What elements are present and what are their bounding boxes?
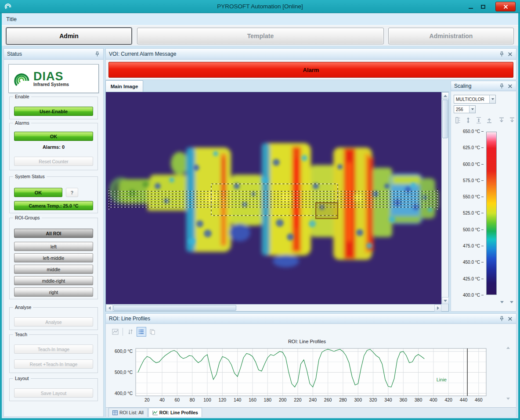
roi-group-right-button[interactable]: right <box>14 287 93 297</box>
list-view-button[interactable] <box>137 327 146 337</box>
nav-tab-admin[interactable]: Admin <box>6 28 132 44</box>
scroll-up-icon <box>444 95 447 97</box>
x-tick-label: 460 <box>475 397 483 402</box>
help-button[interactable]: ? <box>66 188 78 197</box>
camera-temp-button[interactable]: Camera Temp.: 25.0 °C <box>14 201 93 210</box>
x-tick-label: 160 <box>249 397 256 402</box>
x-tick-label: 140 <box>234 397 242 402</box>
chart-image-button[interactable] <box>110 327 120 337</box>
autoscale-icon[interactable] <box>464 117 472 124</box>
x-tick-label: 320 <box>369 397 377 402</box>
title-strip: Title <box>2 13 518 25</box>
roi-group-middle-button[interactable]: middle <box>14 265 93 274</box>
vertical-scroll-thumb[interactable] <box>442 100 448 138</box>
scale-range-icon[interactable] <box>475 117 483 124</box>
pin-icon[interactable] <box>499 83 505 89</box>
roi-group-left-button[interactable]: left <box>14 242 93 251</box>
roi-groups-title: ROI-Groups <box>13 215 42 220</box>
close-button[interactable] <box>495 2 516 11</box>
image-horizontal-scrollbar[interactable] <box>106 304 441 311</box>
roi-toolbar <box>110 327 157 337</box>
status-panel-header: Status <box>4 48 104 60</box>
palette-select[interactable]: MULTICOLOR <box>454 95 496 104</box>
system-ok-button[interactable]: OK <box>14 188 62 197</box>
thermal-image[interactable] <box>106 92 441 304</box>
tab-main-image[interactable]: Main Image <box>105 80 143 92</box>
tab-roi-line-profiles[interactable]: ROI: Line Profiles <box>148 408 202 417</box>
roi-rect-selected[interactable] <box>316 203 338 219</box>
window-titlebar: PYROSOFT Automation [Online] <box>0 0 520 13</box>
dias-logo-brand: DIAS <box>33 71 69 82</box>
title-strip-label: Title <box>6 16 17 22</box>
close-icon[interactable] <box>507 83 513 89</box>
minimize-button[interactable] <box>466 2 476 11</box>
scroll-up-button[interactable] <box>442 92 449 99</box>
sort-icon <box>127 329 134 335</box>
roi-group-middle-right-button[interactable]: mddle-right <box>14 276 93 285</box>
scroll-down-button[interactable] <box>442 297 449 304</box>
teach-in-image-button[interactable]: Teach-In Image <box>14 345 93 354</box>
scroll-right-button[interactable] <box>434 305 441 312</box>
x-tick-label: 420 <box>444 397 452 402</box>
reset-counter-button[interactable]: Reset Counter <box>14 157 93 166</box>
scale-tick-label: 525.0 °C <box>452 211 484 215</box>
window-frame-left <box>0 13 2 420</box>
list-view-icon <box>138 329 144 335</box>
close-icon[interactable] <box>507 51 513 57</box>
alarms-ok-button[interactable]: OK <box>14 132 93 141</box>
pin-icon[interactable] <box>499 51 505 57</box>
user-enable-button[interactable]: User-Enable <box>14 107 93 116</box>
scrollbar-corner <box>441 304 448 311</box>
palette-bar-icon[interactable] <box>454 117 462 124</box>
status-panel: Status DIAS Infrared Systems <box>4 48 104 417</box>
save-layout-button[interactable]: Save Layout <box>14 388 93 398</box>
thermal-image-frame <box>105 92 449 312</box>
toolbar-separator <box>123 328 123 336</box>
chevron-down-icon <box>489 95 495 103</box>
scale-max-down-icon[interactable] <box>498 117 506 124</box>
maximize-button[interactable] <box>478 2 488 11</box>
enable-group: Enable User-Enable <box>9 97 98 119</box>
scale-lower-down-button[interactable] <box>500 301 504 303</box>
scale-tick-label: 450.0 °C <box>452 260 484 265</box>
temperature-scale-labels: 650.0 °C625.0 °C600.0 °C575.0 °C550.0 °C… <box>452 129 484 298</box>
x-tick-label: 340 <box>384 397 392 402</box>
image-vertical-scrollbar[interactable] <box>441 92 448 304</box>
alarm-banner-button[interactable]: Alarm <box>108 62 513 78</box>
scale-up-icon[interactable] <box>485 117 493 124</box>
chart-scroll-down-button[interactable] <box>506 398 510 400</box>
scroll-left-button[interactable] <box>106 305 113 312</box>
pin-icon[interactable] <box>94 51 100 57</box>
chart-scroll-up-button[interactable] <box>506 347 510 349</box>
scale-min-down-icon[interactable] <box>508 117 516 124</box>
table-icon <box>112 410 118 415</box>
y-tick-label: 500,0 °C <box>115 370 133 375</box>
x-tick-label: 200 <box>279 397 287 402</box>
reset-teach-in-image-button[interactable]: Reset +Teach-In Image <box>14 359 93 369</box>
levels-select[interactable]: 256 <box>454 105 476 113</box>
roi-group-all-button[interactable]: All ROI <box>14 229 93 238</box>
nav-tab-administration[interactable]: Administration <box>388 28 514 44</box>
close-icon[interactable] <box>507 316 513 322</box>
nav-tab-template[interactable]: Template <box>137 28 384 44</box>
roi-group-left-middle-button[interactable]: left-middle <box>14 253 93 262</box>
copy-button[interactable] <box>148 327 157 337</box>
temperature-colorbar[interactable] <box>486 132 497 295</box>
horizontal-scroll-thumb[interactable] <box>113 305 236 311</box>
copy-icon <box>149 329 155 335</box>
line-profiles-plot[interactable]: 2040608010012014016018020022024026028030… <box>111 345 503 406</box>
window-frame-right <box>518 13 520 420</box>
y-tick-label: 400,0 °C <box>115 391 133 396</box>
scale-upper-down-button[interactable] <box>510 301 513 303</box>
close-icon <box>503 4 508 9</box>
x-tick-label: 220 <box>294 397 302 402</box>
chart-icon <box>112 329 119 335</box>
dias-logo-icon <box>11 69 31 88</box>
pin-icon[interactable] <box>499 316 505 322</box>
alarm-counter: Alarms: 0 <box>10 144 98 150</box>
alarms-group: Alarms OK Alarms: 0 Reset Counter <box>9 123 98 170</box>
analyse-button[interactable]: Analyse <box>14 317 93 327</box>
tab-roi-list-all[interactable]: ROI List: All <box>108 408 148 417</box>
sort-button[interactable] <box>126 327 135 337</box>
scaling-panel-title: Scaling <box>454 83 471 89</box>
